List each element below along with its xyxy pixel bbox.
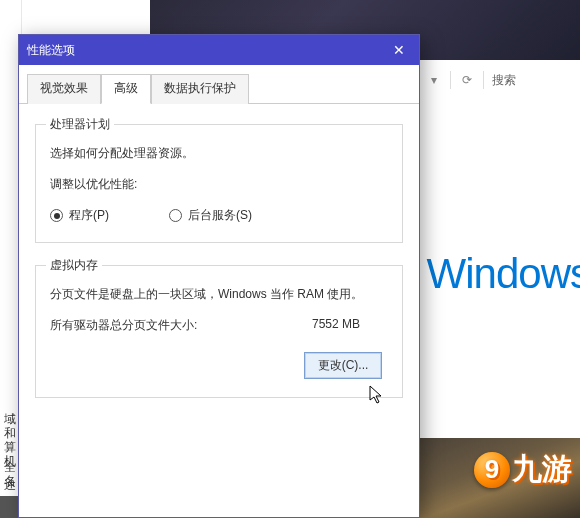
radio-icon xyxy=(50,209,63,222)
change-button[interactable]: 更改(C)... xyxy=(304,352,382,379)
adjust-label: 调整以优化性能: xyxy=(50,176,388,193)
search-label: 搜索 xyxy=(492,72,516,89)
titlebar[interactable]: 性能选项 ✕ xyxy=(19,35,419,65)
close-icon[interactable]: ✕ xyxy=(387,42,411,58)
performance-options-dialog: 性能选项 ✕ 视觉效果 高级 数据执行保护 处理器计划 选择如何分配处理器资源。… xyxy=(18,34,420,518)
processor-scheduling-group: 处理器计划 选择如何分配处理器资源。 调整以优化性能: 程序(P) 后台服务(S… xyxy=(35,124,403,243)
dropdown-icon[interactable]: ▾ xyxy=(426,73,442,87)
logo-text: 九游 xyxy=(512,449,572,490)
tab-visual-effects[interactable]: 视觉效果 xyxy=(27,74,101,104)
radio-programs[interactable]: 程序(P) xyxy=(50,207,109,224)
radio-services-label: 后台服务(S) xyxy=(188,207,252,224)
toolbar: ▾ ⟳ 搜索 xyxy=(420,66,580,94)
logo-nine-icon: 9 xyxy=(474,452,510,488)
tab-dep[interactable]: 数据执行保护 xyxy=(151,74,249,104)
radio-programs-label: 程序(P) xyxy=(69,207,109,224)
total-paging-label: 所有驱动器总分页文件大小: xyxy=(50,317,197,334)
jiuyou-logo: 9 九游 xyxy=(474,449,572,490)
tab-panel-advanced: 处理器计划 选择如何分配处理器资源。 调整以优化性能: 程序(P) 后台服务(S… xyxy=(19,104,419,410)
virtual-memory-group: 虚拟内存 分页文件是硬盘上的一块区域，Windows 当作 RAM 使用。 所有… xyxy=(35,265,403,398)
radio-background-services[interactable]: 后台服务(S) xyxy=(169,207,252,224)
total-paging-value: 7552 MB xyxy=(312,317,360,334)
dialog-title: 性能选项 xyxy=(27,42,75,59)
vm-description: 分页文件是硬盘上的一块区域，Windows 当作 RAM 使用。 xyxy=(50,286,388,303)
separator xyxy=(483,71,484,89)
radio-icon xyxy=(169,209,182,222)
tab-advanced[interactable]: 高级 xyxy=(101,74,151,104)
total-paging-row: 所有驱动器总分页文件大小: 7552 MB xyxy=(50,317,360,334)
windows-logo-text: Windows xyxy=(427,250,580,298)
separator xyxy=(450,71,451,89)
parent-window-right: ▾ ⟳ 搜索 Windows 更改设置 9 九游 xyxy=(420,60,580,518)
tabstrip: 视觉效果 高级 数据执行保护 xyxy=(19,65,419,104)
radio-row: 程序(P) 后台服务(S) xyxy=(50,207,388,224)
group-title: 处理器计划 xyxy=(46,116,114,133)
refresh-icon[interactable]: ⟳ xyxy=(459,73,475,87)
group-title: 虚拟内存 xyxy=(46,257,102,274)
cpu-description: 选择如何分配处理器资源。 xyxy=(50,145,388,162)
